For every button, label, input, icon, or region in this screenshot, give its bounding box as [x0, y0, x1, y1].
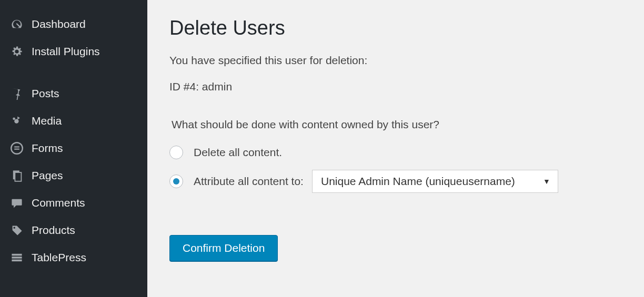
- svg-rect-6: [12, 254, 22, 256]
- sidebar-item-tablepress[interactable]: TablePress: [0, 244, 147, 271]
- content-question: What should be done with content owned b…: [172, 118, 639, 131]
- radio-delete-content[interactable]: [169, 146, 183, 159]
- svg-point-0: [13, 117, 15, 120]
- option-attribute-label: Attribute all content to:: [194, 175, 304, 188]
- sidebar-item-label: Dashboard: [32, 18, 86, 30]
- sidebar-item-label: Install Plugins: [32, 45, 100, 58]
- sidebar-item-comments[interactable]: Comments: [0, 189, 147, 217]
- attribute-user-select[interactable]: Unique Admin Name (uniqueusername) ▼: [312, 170, 558, 193]
- comments-icon: [9, 197, 24, 209]
- sidebar-item-label: Pages: [32, 169, 63, 182]
- table-icon: [9, 251, 24, 264]
- confirm-deletion-button[interactable]: Confirm Deletion: [169, 235, 278, 261]
- pin-icon: [9, 87, 24, 100]
- sidebar-item-forms[interactable]: Forms: [0, 135, 147, 162]
- sidebar-item-label: Comments: [32, 197, 85, 209]
- intro-text: You have specified this user for deletio…: [169, 54, 639, 67]
- user-line: ID #4: admin: [169, 80, 639, 93]
- sidebar-item-install-plugins[interactable]: Install Plugins: [0, 38, 147, 65]
- sidebar-item-label: Forms: [32, 142, 63, 155]
- select-value: Unique Admin Name (uniqueusername): [321, 175, 515, 188]
- sidebar-item-products[interactable]: Products: [0, 217, 147, 244]
- media-icon: [9, 115, 24, 127]
- sidebar-item-label: Products: [32, 224, 75, 237]
- pages-icon: [9, 169, 24, 182]
- main-content: Delete Users You have specified this use…: [147, 0, 644, 297]
- option-attribute-row: Attribute all content to: Unique Admin N…: [169, 170, 639, 193]
- chevron-down-icon: ▼: [543, 177, 550, 186]
- sidebar-item-pages[interactable]: Pages: [0, 162, 147, 189]
- page-title: Delete Users: [169, 17, 639, 39]
- tag-icon: [9, 224, 24, 237]
- svg-rect-7: [12, 257, 22, 259]
- radio-attribute-content[interactable]: [169, 175, 183, 188]
- gear-icon: [9, 45, 24, 58]
- option-delete-label: Delete all content.: [194, 146, 282, 159]
- sidebar-item-label: Posts: [32, 87, 59, 100]
- sidebar-item-media[interactable]: Media: [0, 107, 147, 135]
- svg-point-1: [11, 142, 23, 154]
- admin-sidebar: Dashboard Install Plugins Posts Media Fo…: [0, 0, 147, 297]
- sidebar-item-label: Media: [32, 115, 62, 127]
- svg-rect-5: [15, 172, 21, 181]
- option-delete-row: Delete all content.: [169, 146, 639, 159]
- sidebar-item-label: TablePress: [32, 251, 86, 264]
- dashboard-icon: [9, 18, 24, 30]
- svg-rect-3: [14, 149, 19, 150]
- svg-rect-2: [14, 146, 19, 147]
- sidebar-item-posts[interactable]: Posts: [0, 80, 147, 107]
- sidebar-item-dashboard[interactable]: Dashboard: [0, 11, 147, 38]
- forms-icon: [9, 142, 24, 155]
- svg-rect-8: [12, 260, 22, 262]
